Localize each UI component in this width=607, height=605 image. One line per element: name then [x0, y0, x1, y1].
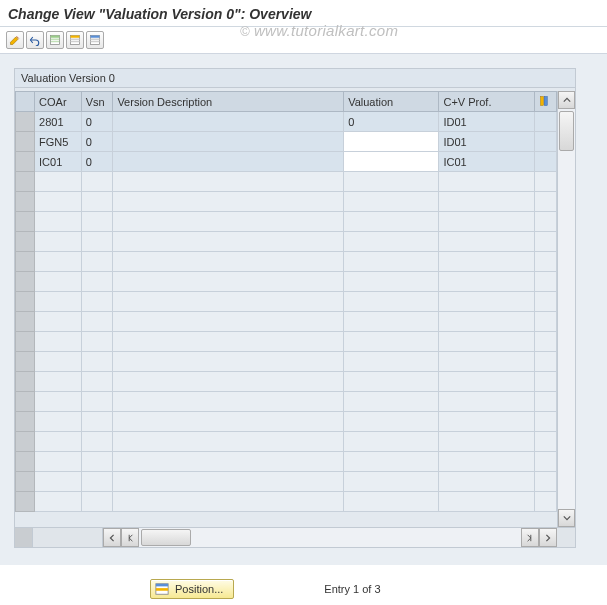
- grid-panel: Valuation Version 0 COAr Vsn Version Des…: [14, 68, 576, 548]
- cell-vsn: 0: [81, 112, 113, 132]
- svg-rect-2: [51, 39, 60, 41]
- svg-rect-9: [91, 36, 100, 38]
- col-vsn[interactable]: Vsn: [81, 92, 113, 112]
- svg-rect-10: [91, 39, 100, 41]
- svg-rect-16: [156, 588, 168, 591]
- position-icon: [155, 582, 169, 596]
- svg-rect-15: [156, 584, 168, 587]
- table-row: [16, 272, 557, 292]
- position-button-label: Position...: [175, 583, 223, 595]
- row-selector[interactable]: [16, 392, 35, 412]
- cell-cv-prof: ID01: [439, 112, 534, 132]
- col-valuation[interactable]: Valuation: [344, 92, 439, 112]
- table-row: [16, 192, 557, 212]
- col-select[interactable]: [16, 92, 35, 112]
- cell-version-description: [113, 112, 344, 132]
- row-selector[interactable]: [16, 352, 35, 372]
- toolbar: [0, 27, 607, 53]
- footer: Position... Entry 1 of 3: [0, 579, 607, 599]
- toolbar-deselect-button[interactable]: [86, 31, 104, 49]
- table-row[interactable]: 280100ID01: [16, 112, 557, 132]
- data-grid[interactable]: COAr Vsn Version Description Valuation C…: [15, 91, 557, 527]
- table-row: [16, 352, 557, 372]
- cell-spacer: [534, 112, 556, 132]
- svg-rect-5: [71, 36, 80, 38]
- col-config-button[interactable]: [534, 92, 556, 112]
- cell-cv-prof: ID01: [439, 132, 534, 152]
- valuation-input[interactable]: [344, 152, 438, 171]
- scroll-thumb[interactable]: [559, 111, 574, 151]
- cell-spacer: [534, 152, 556, 172]
- content-area: Valuation Version 0 COAr Vsn Version Des…: [0, 53, 607, 565]
- row-selector[interactable]: [16, 212, 35, 232]
- grid-title: Valuation Version 0: [15, 69, 575, 88]
- page-title: Change View "Valuation Version 0": Overv…: [0, 0, 607, 26]
- row-selector[interactable]: [16, 272, 35, 292]
- svg-rect-1: [51, 36, 60, 38]
- cell-version-description: [113, 132, 344, 152]
- cell-spacer: [534, 132, 556, 152]
- row-selector[interactable]: [16, 492, 35, 512]
- table-row: [16, 212, 557, 232]
- valuation-input[interactable]: [344, 132, 438, 151]
- scroll-right-button[interactable]: [539, 528, 557, 547]
- cell-coar: FGN5: [35, 132, 82, 152]
- toolbar-select-all-button[interactable]: [46, 31, 64, 49]
- scroll-last-button[interactable]: [521, 528, 539, 547]
- svg-rect-3: [51, 41, 60, 43]
- position-button[interactable]: Position...: [150, 579, 234, 599]
- cell-coar: IC01: [35, 152, 82, 172]
- svg-rect-12: [541, 96, 544, 105]
- svg-rect-6: [71, 39, 80, 41]
- table-row: [16, 252, 557, 272]
- cell-coar: 2801: [35, 112, 82, 132]
- cell-vsn: 0: [81, 152, 113, 172]
- row-selector[interactable]: [16, 112, 35, 132]
- table-row: [16, 412, 557, 432]
- table-row[interactable]: FGN50ID01: [16, 132, 557, 152]
- vertical-scrollbar[interactable]: [557, 91, 575, 527]
- svg-rect-13: [545, 96, 548, 105]
- scroll-up-button[interactable]: [558, 91, 575, 109]
- row-selector[interactable]: [16, 372, 35, 392]
- table-row: [16, 372, 557, 392]
- toolbar-undo-button[interactable]: [26, 31, 44, 49]
- cell-version-description: [113, 152, 344, 172]
- table-row: [16, 292, 557, 312]
- row-selector[interactable]: [16, 312, 35, 332]
- cell-valuation: 0: [344, 112, 439, 132]
- row-selector[interactable]: [16, 132, 35, 152]
- scroll-left-button[interactable]: [103, 528, 121, 547]
- table-row: [16, 432, 557, 452]
- row-selector[interactable]: [16, 412, 35, 432]
- horizontal-scrollbar[interactable]: [15, 527, 575, 547]
- table-row: [16, 172, 557, 192]
- row-selector[interactable]: [16, 232, 35, 252]
- hscroll-thumb[interactable]: [141, 529, 191, 546]
- table-row: [16, 472, 557, 492]
- scroll-down-button[interactable]: [558, 509, 575, 527]
- col-coar[interactable]: COAr: [35, 92, 82, 112]
- entry-counter: Entry 1 of 3: [324, 583, 380, 595]
- row-selector[interactable]: [16, 332, 35, 352]
- table-row[interactable]: IC010IC01: [16, 152, 557, 172]
- svg-rect-7: [71, 41, 80, 43]
- cell-vsn: 0: [81, 132, 113, 152]
- table-row: [16, 312, 557, 332]
- row-selector[interactable]: [16, 192, 35, 212]
- toolbar-save-button[interactable]: [66, 31, 84, 49]
- col-cv-prof[interactable]: C+V Prof.: [439, 92, 534, 112]
- row-selector[interactable]: [16, 172, 35, 192]
- row-selector[interactable]: [16, 452, 35, 472]
- table-row: [16, 232, 557, 252]
- table-row: [16, 452, 557, 472]
- row-selector[interactable]: [16, 252, 35, 272]
- col-version-description[interactable]: Version Description: [113, 92, 344, 112]
- row-selector[interactable]: [16, 292, 35, 312]
- row-selector[interactable]: [16, 152, 35, 172]
- row-selector[interactable]: [16, 432, 35, 452]
- table-row: [16, 332, 557, 352]
- toolbar-change-button[interactable]: [6, 31, 24, 49]
- row-selector[interactable]: [16, 472, 35, 492]
- scroll-first-button[interactable]: [121, 528, 139, 547]
